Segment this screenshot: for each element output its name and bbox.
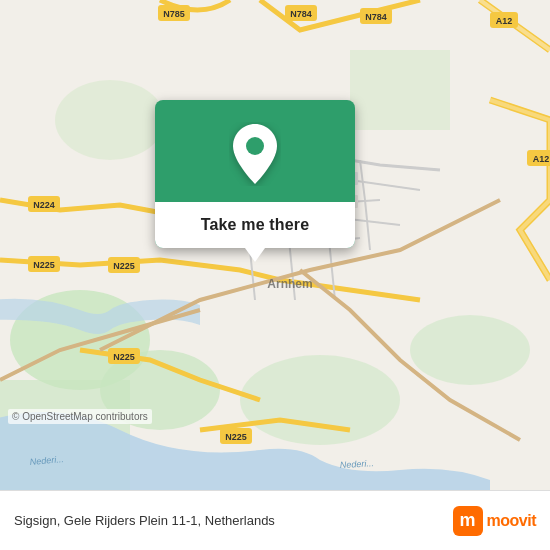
take-me-there-button[interactable]: Take me there bbox=[155, 202, 355, 248]
moovit-logo: m moovit bbox=[453, 506, 536, 536]
svg-text:N785: N785 bbox=[163, 9, 185, 19]
svg-text:N784: N784 bbox=[365, 12, 387, 22]
svg-point-7 bbox=[55, 80, 165, 160]
popup-pointer bbox=[245, 248, 265, 262]
popup-icon-area bbox=[155, 100, 355, 202]
footer-bar: Sigsign, Gele Rijders Plein 11-1, Nether… bbox=[0, 490, 550, 550]
location-label: Sigsign, Gele Rijders Plein 11-1, Nether… bbox=[14, 513, 443, 528]
map-container: Nederi... Nederi... bbox=[0, 0, 550, 490]
svg-point-5 bbox=[410, 315, 530, 385]
svg-text:N224: N224 bbox=[33, 200, 55, 210]
svg-text:N225: N225 bbox=[225, 432, 247, 442]
svg-text:N225: N225 bbox=[113, 261, 135, 271]
svg-text:A12: A12 bbox=[533, 154, 550, 164]
moovit-m-icon: m bbox=[453, 506, 483, 536]
popup-card: Take me there bbox=[155, 100, 355, 248]
svg-point-41 bbox=[246, 137, 264, 155]
moovit-brand-text: moovit bbox=[487, 512, 536, 530]
svg-rect-6 bbox=[350, 50, 450, 130]
svg-point-4 bbox=[240, 355, 400, 445]
svg-text:A12: A12 bbox=[496, 16, 513, 26]
svg-text:Nederi...: Nederi... bbox=[340, 458, 374, 470]
location-pin-icon bbox=[229, 122, 281, 186]
copyright-text: © OpenStreetMap contributors bbox=[8, 409, 152, 424]
svg-text:N225: N225 bbox=[113, 352, 135, 362]
svg-text:Arnhem: Arnhem bbox=[267, 277, 312, 291]
svg-text:N784: N784 bbox=[290, 9, 312, 19]
svg-text:N225: N225 bbox=[33, 260, 55, 270]
